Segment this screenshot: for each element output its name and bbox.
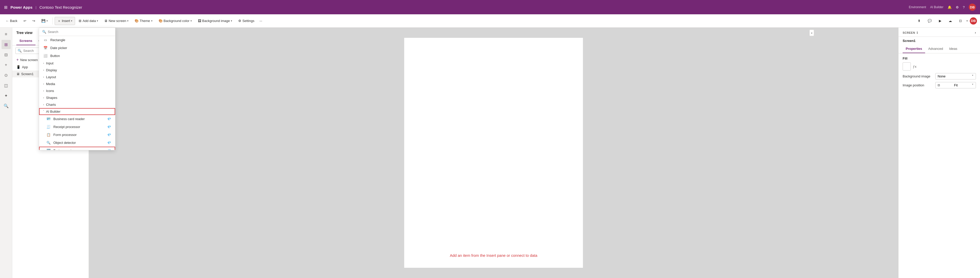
notification-icon[interactable]: 🔔 [948,5,951,9]
hamburger-button[interactable]: ≡ [2,30,11,39]
display-chevron: › [43,69,44,72]
user-avatar[interactable]: DB [969,3,976,11]
app-icon: 📱 [16,65,21,69]
fill-color-picker[interactable] [903,62,911,70]
toolbar-right-chevron[interactable]: ▾ [966,19,968,22]
undo-button[interactable]: ↩ [21,18,29,24]
theme-label: Theme [140,19,150,23]
canvas-screen: Add an item from the Insert pane or conn… [404,38,583,268]
text-recognizer-icon: 🔤 [46,149,51,150]
theme-chevron: ▾ [151,19,153,22]
tab-properties[interactable]: Properties [903,45,925,53]
more-button[interactable]: ⊡ [956,18,964,24]
shapes-chevron: › [43,96,44,99]
bg-image-label: Background image [202,19,230,23]
image-position-chevron: ˅ [972,83,974,87]
publish-button[interactable]: ☁ [946,18,955,24]
canvas-hint-link[interactable]: connect to data [511,253,538,257]
play-button[interactable]: ▶ [936,18,944,24]
expand-icon[interactable]: › [975,31,976,35]
insert-receipt-processor[interactable]: 🧾 Receipt processor 💎 [39,123,115,131]
search-left-button[interactable]: 🔍 [2,101,11,110]
insert-object-detector[interactable]: 🔍 Object detector 💎 [39,139,115,147]
save-button[interactable]: 💾 ▾ [39,18,50,24]
insert-search-input[interactable] [48,30,112,34]
theme-button[interactable]: 🎨 Theme ▾ [132,18,155,24]
share-button[interactable]: ⬆ [915,18,923,24]
back-button[interactable]: ← Back [3,18,20,24]
comment-button[interactable]: 💬 [925,18,934,24]
bg-image-value[interactable]: None ˅ [935,73,976,80]
new-screen-button[interactable]: 🖥 New screen ▾ [102,18,131,24]
bg-image-chevron: ˅ [972,74,974,78]
tree-view-button[interactable]: ⊞ [2,40,11,49]
bg-image-button[interactable]: 🖼 Background image ▾ [195,18,235,24]
more-options-icon[interactable]: ··· [258,18,264,24]
title-separator: | [35,5,36,9]
receipt-premium: 💎 [107,125,111,129]
save-icon: 💾 [41,19,45,23]
receipt-label: Receipt processor [53,125,80,129]
text-recognizer-label: Text recognizer [53,149,76,150]
tab-ideas[interactable]: Ideas [946,45,960,53]
settings-btn[interactable]: ⚙ Settings [236,18,257,24]
insert-button[interactable]: ⬜ Button [39,52,115,60]
insert-date-picker[interactable]: 📅 Date picker [39,44,115,52]
insert-chevron: ▾ [71,19,72,22]
collapse-panel-button[interactable]: ‹ [810,30,814,36]
insert-group-charts[interactable]: › Charts [39,101,115,108]
screen1-label: Screen1 [21,72,33,76]
receipt-icon: 🧾 [46,125,51,129]
data-source-button[interactable]: ⊟ [2,50,11,59]
insert-rectangle[interactable]: ▭ Rectangle [39,36,115,44]
insert-dropdown: 🔍 ▭ Rectangle 📅 Date picker ⬜ Button › I… [39,27,115,150]
insert-business-card-reader[interactable]: 🪪 Business card reader 💎 [39,115,115,123]
object-detector-icon: 🔍 [46,141,51,145]
icons-chevron: › [43,89,44,92]
screen-info-icon[interactable]: ℹ [917,31,918,35]
tab-advanced[interactable]: Advanced [925,45,946,53]
insert-group-shapes[interactable]: › Shapes [39,94,115,101]
help-icon[interactable]: ? [963,5,965,9]
variable-button[interactable]: ⊙ [2,70,11,80]
insert-group-ai-builder[interactable]: ˇ AI Builder [39,108,115,115]
save-chevron: ▾ [46,19,48,22]
screen-label: SCREEN [903,31,915,34]
user-button[interactable]: DB [970,18,977,24]
tab-screens[interactable]: Screens [16,37,35,45]
insert-button[interactable]: ＋ Insert ▾ [55,17,75,25]
insert-form-processor[interactable]: 📋 Form processor 💎 [39,131,115,139]
insert-group-layout[interactable]: › Layout [39,73,115,80]
bg-color-button[interactable]: 🎨 Background color ▾ [156,18,194,24]
grid-icon: ⊞ [4,5,7,10]
ai-button[interactable]: ✦ [2,91,11,100]
ai-builder-label: AI Builder [46,110,60,113]
insert-text-recognizer[interactable]: 🔤 Text recognizer 💎 [39,147,115,150]
insert-group-input[interactable]: › Input [39,60,115,67]
fill-formula-button[interactable]: ƒx [913,65,916,69]
insert-group-icons[interactable]: › Icons [39,87,115,94]
image-position-value[interactable]: ⊡ Fit ˅ [935,82,976,88]
business-card-icon: 🪪 [46,117,51,121]
text-recognizer-premium: 💎 [107,149,111,150]
insert-label: Insert [62,19,70,23]
add-data-chevron: ▾ [97,19,98,22]
add-data-button[interactable]: ⊞ Add data ▾ [76,18,100,24]
bg-image-value-text: None [938,74,945,78]
object-detector-label: Object detector [53,141,76,145]
add-component-button[interactable]: + [2,60,11,69]
form-label: Form processor [53,133,76,137]
shapes-label: Shapes [46,96,57,100]
settings-icon[interactable]: ⚙ [956,5,959,9]
object-detector-premium: 💎 [107,141,111,145]
insert-group-display[interactable]: › Display [39,67,115,73]
new-screen-icon: 🖥 [104,19,108,23]
canvas-hint-or: or [507,253,511,257]
project-name: Contoso Text Recognizer [40,5,82,10]
media-button[interactable]: ◫ [2,81,11,90]
insert-group-media[interactable]: › Media [39,80,115,87]
title-bar: ⊞ Power Apps | Contoso Text Recognizer E… [0,0,980,14]
redo-button[interactable]: ↪ [30,18,38,24]
env-name: AI Builder [930,5,943,9]
right-panel-tabs: Properties Advanced Ideas [899,45,980,53]
